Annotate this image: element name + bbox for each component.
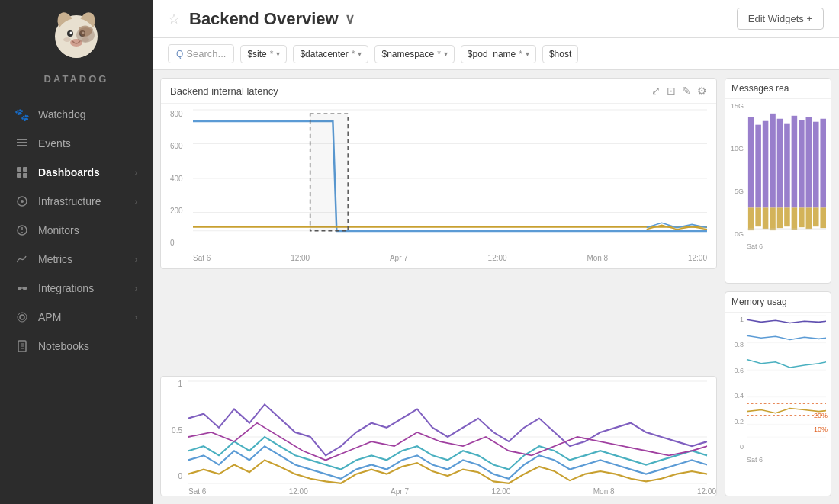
filter-namespace-val: * — [437, 49, 441, 59]
filter-namespace-caret-icon: ▾ — [444, 50, 448, 58]
svg-point-20 — [21, 200, 24, 203]
infra-arrow-icon: › — [135, 197, 137, 206]
svg-rect-62 — [799, 207, 805, 227]
sidebar-item-infrastructure[interactable]: Infrastructure › — [0, 187, 153, 216]
memory-chart-area: 1 0.8 0.6 0.4 0.2 0 — [725, 313, 831, 465]
latency-y-labels: 800 600 400 200 0 — [170, 110, 193, 247]
filter-site-val: * — [270, 49, 274, 59]
sidebar-item-events[interactable]: Events — [0, 129, 153, 158]
search-box[interactable]: Q Search... — [168, 44, 234, 63]
svg-point-28 — [18, 313, 27, 322]
memory-10pct-label: 10% — [814, 425, 828, 433]
latency-x-labels: Sat 6 12:00 Apr 7 12:00 Mon 8 12:00 — [193, 254, 707, 262]
camera-icon[interactable]: ⊡ — [667, 85, 676, 97]
svg-rect-65 — [813, 122, 819, 208]
sidebar-nav: 🐾 Watchdog Events Dashboards › Infrastru… — [0, 100, 153, 361]
svg-rect-17 — [17, 173, 21, 178]
sidebar-item-label: Monitors — [38, 224, 79, 236]
filter-pod-val: * — [519, 49, 522, 59]
dashboards-icon — [15, 165, 29, 179]
latency-chart-area: 800 600 400 200 0 — [161, 104, 716, 268]
memory-widget: Memory usag 1 0.8 0.6 0.4 0.2 0 — [725, 291, 831, 497]
sidebar-item-label: Metrics — [38, 253, 72, 265]
infrastructure-icon — [15, 194, 29, 208]
apm-icon — [15, 310, 29, 324]
svg-rect-48 — [748, 207, 754, 230]
sidebar-item-watchdog[interactable]: 🐾 Watchdog — [0, 100, 153, 129]
svg-rect-68 — [820, 207, 826, 228]
messages-widget: Messages rea 15G 10G 5G 0G — [725, 78, 831, 284]
page-header: ☆ Backend Overview ∨ Edit Widgets + — [153, 0, 839, 38]
filter-site-key: $site — [247, 49, 266, 59]
svg-rect-66 — [813, 207, 819, 226]
latency-widget-header: Backend internal latency ⤢ ⊡ ✎ ⚙ — [161, 79, 716, 104]
svg-rect-64 — [806, 207, 812, 229]
sidebar-item-metrics[interactable]: Metrics › — [0, 245, 153, 274]
svg-rect-16 — [23, 167, 27, 172]
latency-widget: Backend internal latency ⤢ ⊡ ✎ ⚙ 800 600 — [160, 78, 717, 269]
events-icon — [15, 136, 29, 150]
latency-chart-plot — [193, 110, 707, 247]
memory-widget-header: Memory usag — [725, 292, 831, 313]
filter-host[interactable]: $host — [542, 45, 578, 63]
sidebar-item-notebooks[interactable]: Notebooks — [0, 332, 153, 361]
sidebar-item-label: Watchdog — [38, 108, 86, 120]
sidebar: DATADOG 🐾 Watchdog Events Dashboards › — [0, 0, 153, 504]
search-placeholder: Search... — [186, 48, 226, 59]
svg-rect-49 — [755, 125, 761, 208]
edit-widgets-label: Edit Widgets + — [748, 13, 812, 24]
settings-icon[interactable]: ⚙ — [697, 85, 707, 97]
expand-icon[interactable]: ⤢ — [651, 85, 661, 97]
sidebar-item-integrations[interactable]: Integrations › — [0, 274, 153, 303]
svg-rect-57 — [784, 124, 790, 208]
svg-rect-61 — [799, 120, 805, 208]
sidebar-item-label: APM — [38, 311, 61, 323]
filter-datacenter-val: * — [352, 49, 355, 59]
latency-widget-title: Backend internal latency — [170, 85, 278, 97]
svg-rect-55 — [777, 119, 783, 208]
filter-site[interactable]: $site * ▾ — [240, 45, 287, 63]
watchdog-icon: 🐾 — [15, 108, 29, 121]
datadog-logo-icon — [46, 8, 107, 69]
filter-host-key: $host — [549, 49, 571, 59]
svg-rect-59 — [792, 116, 798, 208]
metrics-arrow-icon: › — [135, 255, 137, 264]
favorite-icon[interactable]: ☆ — [168, 11, 180, 27]
metrics-icon — [15, 252, 29, 266]
dashboards-arrow-icon: › — [135, 169, 137, 177]
page-title-text: Backend Overview — [189, 9, 339, 29]
bottom-chart-widget: 1 0.5 0 — [160, 376, 717, 496]
messages-widget-header: Messages rea — [725, 79, 831, 99]
title-chevron-icon[interactable]: ∨ — [345, 11, 355, 27]
sidebar-item-monitors[interactable]: Monitors — [0, 216, 153, 245]
page-title: Backend Overview ∨ — [189, 9, 355, 29]
sidebar-item-label: Notebooks — [38, 340, 89, 352]
svg-rect-12 — [17, 139, 27, 140]
filter-pod-caret-icon: ▾ — [526, 50, 529, 58]
svg-rect-67 — [820, 119, 826, 208]
svg-rect-51 — [763, 121, 769, 208]
svg-rect-50 — [755, 207, 761, 226]
svg-rect-58 — [784, 207, 790, 226]
sidebar-item-dashboards[interactable]: Dashboards › — [0, 158, 153, 187]
sidebar-item-apm[interactable]: APM › — [0, 303, 153, 332]
widget-header-icons: ⤢ ⊡ ✎ ⚙ — [651, 85, 707, 97]
edit-icon[interactable]: ✎ — [682, 85, 691, 97]
search-icon: Q — [176, 49, 183, 59]
svg-rect-13 — [17, 142, 27, 143]
brand-name: DATADOG — [44, 73, 109, 85]
filter-bar: Q Search... $site * ▾ $datacenter * ▾ $n… — [153, 38, 839, 70]
right-panel: Messages rea 15G 10G 5G 0G — [725, 78, 831, 496]
svg-point-23 — [21, 232, 23, 233]
svg-rect-18 — [23, 173, 27, 178]
filter-datacenter-caret-icon: ▾ — [358, 50, 362, 58]
filter-datacenter[interactable]: $datacenter * ▾ — [293, 45, 368, 63]
svg-point-27 — [20, 315, 24, 319]
svg-rect-60 — [792, 207, 798, 230]
edit-widgets-button[interactable]: Edit Widgets + — [737, 8, 824, 30]
bottom-chart-area: 1 0.5 0 — [161, 377, 716, 496]
monitors-icon — [15, 223, 29, 237]
filter-pod-name[interactable]: $pod_name * ▾ — [461, 45, 536, 63]
svg-rect-24 — [18, 287, 21, 290]
filter-namespace[interactable]: $namespace * ▾ — [374, 45, 454, 63]
